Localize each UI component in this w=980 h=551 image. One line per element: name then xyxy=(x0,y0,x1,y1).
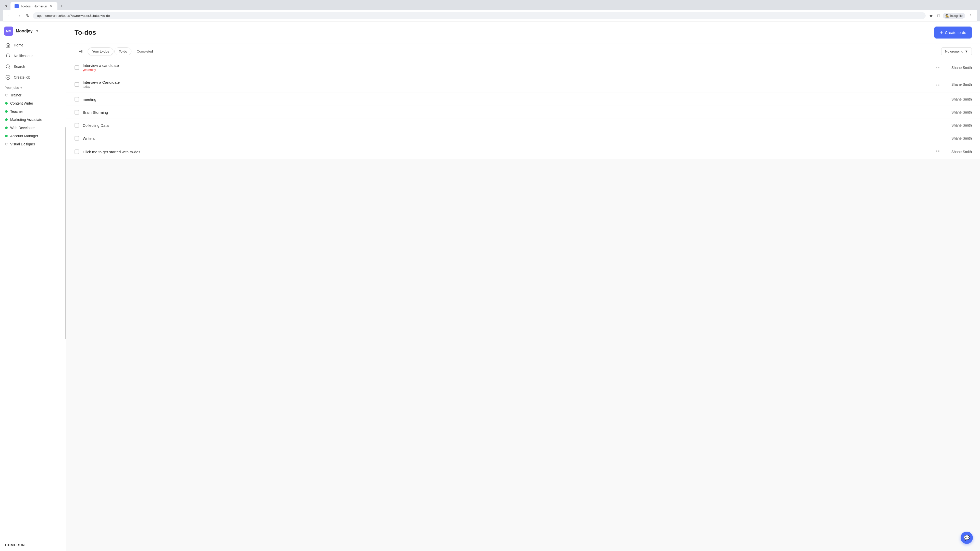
assignee-2: Shane Smith xyxy=(944,83,972,86)
main-header: To-dos + Create to-do xyxy=(66,21,980,44)
url-bar[interactable] xyxy=(33,12,926,19)
job-label-content-writer: Content Writer xyxy=(10,101,33,105)
sidebar-item-account-manager[interactable]: Account Manager xyxy=(0,132,66,140)
tab-group-button[interactable]: ▼ xyxy=(3,3,10,9)
bell-icon xyxy=(5,53,11,59)
tab-close-button[interactable]: ✕ xyxy=(49,4,53,8)
todo-checkbox-6[interactable] xyxy=(75,136,79,141)
filter-completed[interactable]: Completed xyxy=(132,48,157,56)
bookmark-button[interactable]: ★ xyxy=(928,12,934,19)
sidebar-item-content-writer[interactable]: Content Writer xyxy=(0,99,66,107)
sidebar-item-visual-designer[interactable]: Visual Designer xyxy=(0,140,66,148)
assignee-6: Shane Smith xyxy=(944,136,972,140)
table-row: Interview a Candidate today ☷ Shane Smit… xyxy=(66,76,980,93)
doc-icon-7: ☷ xyxy=(935,149,940,155)
sidebar-item-notifications-label: Notifications xyxy=(14,54,33,58)
jobs-list: Trainer Content Writer Teacher Marketing… xyxy=(0,91,66,148)
todo-checkbox-2[interactable] xyxy=(75,82,79,87)
sidebar-item-create-job-label: Create job xyxy=(14,75,30,79)
todo-title-3: meeting xyxy=(83,97,940,102)
todo-checkbox-7[interactable] xyxy=(75,149,79,154)
table-row: Writers Shane Smith xyxy=(66,132,980,145)
main-nav: Home Notifications Search Create job xyxy=(0,40,66,83)
todo-checkbox-4[interactable] xyxy=(75,110,79,114)
sidebar-item-trainer[interactable]: Trainer xyxy=(0,91,66,99)
table-row: Brain Storming Shane Smith xyxy=(66,106,980,119)
job-status-dot-content-writer xyxy=(5,102,8,105)
todo-content-2: Interview a Candidate today xyxy=(83,80,932,89)
tab-title: To-dos · Homerun xyxy=(21,4,47,8)
sidebar-item-create-job[interactable]: Create job xyxy=(0,72,66,83)
jobs-chevron-icon[interactable]: ▼ xyxy=(20,86,23,89)
todo-date-1: yesterday xyxy=(83,68,932,72)
tab-bar: ▼ H To-dos · Homerun ✕ + xyxy=(3,2,977,10)
sidebar-item-home-label: Home xyxy=(14,43,23,47)
todo-list: Interview a candidate yesterday ☷ Shane … xyxy=(66,59,980,551)
todo-title-4: Brain Storming xyxy=(83,110,940,114)
plus-circle-icon xyxy=(5,75,11,80)
todo-checkbox-5[interactable] xyxy=(75,123,79,127)
incognito-button[interactable]: 🕵 Incognito xyxy=(943,13,965,19)
todo-meta-4: Shane Smith xyxy=(944,110,972,114)
assignee-4: Shane Smith xyxy=(944,110,972,114)
menu-button[interactable]: ⋮ xyxy=(967,12,974,19)
job-label-trainer: Trainer xyxy=(10,93,21,97)
todo-meta-3: Shane Smith xyxy=(944,97,972,101)
todo-content-5: Collecting Data xyxy=(83,123,940,127)
sidebar-item-web-developer[interactable]: Web Developer xyxy=(0,124,66,132)
active-tab[interactable]: H To-dos · Homerun ✕ xyxy=(11,2,57,10)
todo-meta-1: ☷ Shane Smith xyxy=(935,65,972,70)
assignee-3: Shane Smith xyxy=(944,97,972,101)
todo-title-5: Collecting Data xyxy=(83,123,940,127)
job-label-account-manager: Account Manager xyxy=(10,134,38,138)
todo-content-1: Interview a candidate yesterday xyxy=(83,63,932,72)
filter-your-todos[interactable]: Your to-dos xyxy=(88,48,113,56)
split-view-button[interactable]: □ xyxy=(936,13,942,19)
sidebar-item-marketing-associate[interactable]: Marketing Associate xyxy=(0,116,66,124)
reload-button[interactable]: ↻ xyxy=(24,12,31,19)
todo-checkbox-3[interactable] xyxy=(75,97,79,102)
grouping-button[interactable]: No grouping ▼ xyxy=(941,48,972,56)
todo-title-2: Interview a Candidate xyxy=(83,80,932,84)
jobs-section-label: Your jobs ▼ xyxy=(0,83,66,91)
filters-bar: All Your to-dos To-do Completed No group… xyxy=(66,44,980,59)
create-todo-button[interactable]: + Create to-do xyxy=(934,27,972,38)
back-button[interactable]: ← xyxy=(6,13,13,19)
sidebar-item-search[interactable]: Search xyxy=(0,61,66,72)
table-row: meeting Shane Smith xyxy=(66,93,980,106)
todo-content-4: Brain Storming xyxy=(83,110,940,114)
forward-button[interactable]: → xyxy=(15,13,22,19)
sidebar-item-search-label: Search xyxy=(14,65,25,68)
company-chevron-icon[interactable]: ▼ xyxy=(36,29,39,33)
assignee-1: Shane Smith xyxy=(944,65,972,70)
job-label-marketing-associate: Marketing Associate xyxy=(10,118,42,122)
todo-title-7: Click me to get started with to-dos xyxy=(83,150,932,154)
create-todo-plus-icon: + xyxy=(940,30,943,35)
job-status-dot-visual-designer xyxy=(5,143,8,145)
doc-icon-2: ☷ xyxy=(935,82,940,87)
filter-all[interactable]: All xyxy=(75,48,87,56)
grouping-chevron-icon: ▼ xyxy=(965,49,968,53)
table-row: Click me to get started with to-dos ☷ Sh… xyxy=(66,145,980,159)
chat-icon: 💬 xyxy=(964,535,970,541)
new-tab-button[interactable]: + xyxy=(59,3,65,10)
chat-button[interactable]: 💬 xyxy=(961,532,973,544)
sidebar-footer: HOMERUN xyxy=(0,539,66,551)
todo-meta-5: Shane Smith xyxy=(944,123,972,127)
todo-content-6: Writers xyxy=(83,136,940,141)
todo-checkbox-1[interactable] xyxy=(75,65,79,70)
sidebar-item-home[interactable]: Home xyxy=(0,40,66,51)
incognito-label: Incognito xyxy=(950,14,963,17)
filter-to-do[interactable]: To-do xyxy=(115,48,131,56)
app: MM Moodjoy ▼ Home Notifications xyxy=(0,21,980,551)
sidebar-item-teacher[interactable]: Teacher xyxy=(0,107,66,116)
sidebar: MM Moodjoy ▼ Home Notifications xyxy=(0,21,66,551)
todo-meta-6: Shane Smith xyxy=(944,136,972,140)
table-row: Interview a candidate yesterday ☷ Shane … xyxy=(66,59,980,76)
job-status-dot-trainer xyxy=(5,94,8,97)
browser-chrome: ▼ H To-dos · Homerun ✕ + ← → ↻ ★ □ 🕵 Inc… xyxy=(0,0,980,21)
grouping-label: No grouping xyxy=(945,49,963,53)
sidebar-header: MM Moodjoy ▼ xyxy=(0,21,66,40)
sidebar-item-notifications[interactable]: Notifications xyxy=(0,51,66,61)
job-status-dot-marketing-associate xyxy=(5,118,8,121)
